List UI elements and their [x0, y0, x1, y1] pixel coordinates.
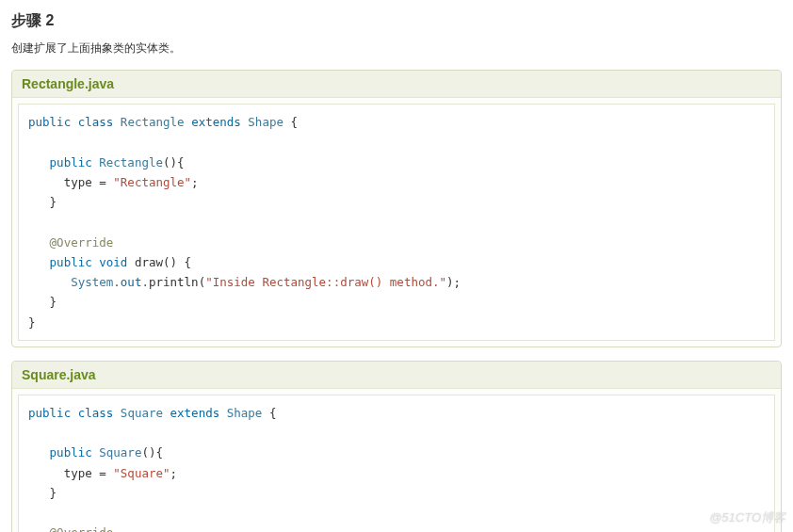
example-block: Square.java public class Square extends …	[11, 361, 782, 532]
example-block: Rectangle.java public class Rectangle ex…	[11, 70, 782, 347]
example-filename: Rectangle.java	[12, 71, 781, 98]
code-block: public class Square extends Shape { publ…	[18, 395, 775, 532]
example-filename: Square.java	[12, 362, 781, 389]
step-title: 步骤 2	[11, 11, 782, 31]
step-description: 创建扩展了上面抽象类的实体类。	[11, 40, 782, 56]
code-block: public class Rectangle extends Shape { p…	[18, 104, 775, 341]
